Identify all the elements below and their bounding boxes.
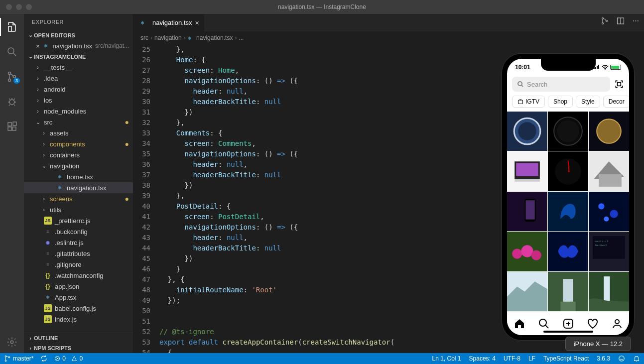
category-chip[interactable]: Decor bbox=[603, 96, 629, 108]
tree-item[interactable]: {}.watchmanconfig bbox=[24, 270, 133, 281]
category-chip[interactable]: Shop bbox=[548, 96, 573, 108]
tree-item[interactable]: ⌄navigation bbox=[24, 160, 133, 171]
close-icon[interactable]: × bbox=[195, 19, 199, 27]
tree-item[interactable]: ≡.gitattributes bbox=[24, 248, 133, 259]
notifications-icon[interactable] bbox=[633, 355, 640, 362]
svg-rect-33 bbox=[599, 174, 622, 186]
category-chip[interactable]: IGTV bbox=[512, 96, 545, 108]
indentation-status[interactable]: Spaces: 4 bbox=[469, 355, 496, 362]
tree-item[interactable]: JSbabel.config.js bbox=[24, 303, 133, 314]
tree-item[interactable]: ›__tests__ bbox=[24, 62, 133, 73]
breadcrumb-item[interactable]: ⚛ navigation.tsx bbox=[188, 34, 233, 41]
category-chip[interactable]: Style bbox=[576, 96, 600, 108]
grid-image[interactable] bbox=[548, 151, 588, 191]
grid-image[interactable] bbox=[589, 112, 629, 151]
tree-item[interactable]: ⚛home.tsx bbox=[24, 171, 133, 182]
open-editors-section[interactable]: ⌄OPEN EDITORS bbox=[24, 30, 133, 40]
grid-image[interactable] bbox=[589, 192, 629, 231]
add-tab-icon[interactable] bbox=[562, 318, 574, 330]
tree-item[interactable]: ≡.buckconfig bbox=[24, 226, 133, 237]
explorer-view-icon[interactable] bbox=[6, 21, 18, 33]
tree-item[interactable]: ›android bbox=[24, 84, 133, 95]
svg-point-40 bbox=[610, 210, 618, 218]
tree-item[interactable]: ›utils bbox=[24, 204, 133, 215]
grid-image[interactable] bbox=[507, 112, 547, 151]
search-tab-icon[interactable] bbox=[538, 318, 550, 330]
tree-item[interactable]: ›screens● bbox=[24, 193, 133, 204]
tree-item[interactable]: {}app.json bbox=[24, 281, 133, 292]
source-control-view-icon[interactable]: 3 bbox=[6, 71, 18, 83]
tree-item[interactable]: ⚛App.tsx bbox=[24, 292, 133, 303]
grid-image[interactable] bbox=[589, 272, 629, 311]
cursor-position[interactable]: Ln 1, Col 1 bbox=[432, 355, 461, 362]
tree-item[interactable]: JS_prettierrc.js bbox=[24, 215, 133, 226]
tree-item[interactable]: ›.idea bbox=[24, 73, 133, 84]
grid-image[interactable] bbox=[507, 151, 547, 191]
tree-item[interactable]: ◉.eslintrc.js bbox=[24, 237, 133, 248]
branch-status[interactable]: master* bbox=[4, 355, 33, 362]
tree-item[interactable]: ›node_modules bbox=[24, 106, 133, 117]
close-icon[interactable]: × bbox=[34, 42, 42, 50]
breadcrumb-item[interactable]: navigation bbox=[154, 34, 182, 41]
extensions-view-icon[interactable] bbox=[6, 121, 18, 132]
status-icons bbox=[593, 65, 621, 70]
svg-rect-54 bbox=[604, 276, 610, 304]
activity-tab-icon[interactable] bbox=[587, 318, 599, 330]
breadcrumbs[interactable]: src›navigation›⚛ navigation.tsx›... bbox=[133, 31, 644, 44]
svg-rect-16 bbox=[618, 83, 621, 86]
language-status[interactable]: TypeScript React bbox=[543, 355, 589, 362]
grid-image[interactable] bbox=[548, 232, 588, 271]
eol-status[interactable]: LF bbox=[528, 355, 535, 362]
editor-tab[interactable]: ⚛ navigation.tsx × bbox=[133, 14, 205, 31]
sync-status[interactable] bbox=[40, 355, 47, 362]
breadcrumb-item[interactable]: src bbox=[140, 34, 148, 41]
grid-image[interactable] bbox=[548, 272, 588, 311]
json-icon: {} bbox=[44, 282, 52, 290]
phone-notch bbox=[541, 59, 596, 71]
simulator-label[interactable]: iPhone X — 12.2 bbox=[565, 337, 631, 351]
ts-version[interactable]: 3.6.3 bbox=[597, 355, 610, 362]
grid-image[interactable] bbox=[548, 112, 588, 151]
home-tab-icon[interactable] bbox=[514, 318, 525, 330]
tree-item[interactable]: ⌄src● bbox=[24, 117, 133, 127]
search-input[interactable]: Search bbox=[512, 77, 610, 92]
problems-status[interactable]: 0 0 bbox=[54, 355, 83, 362]
tree-item[interactable]: JSindex.js bbox=[24, 314, 133, 325]
encoding-status[interactable]: UTF-8 bbox=[504, 355, 520, 362]
tree-item[interactable]: ⚛navigation.tsx bbox=[24, 182, 133, 193]
tree-item[interactable]: ≡.gitignore bbox=[24, 259, 133, 270]
compare-changes-icon[interactable] bbox=[601, 17, 609, 25]
svg-point-58 bbox=[5, 356, 6, 357]
profile-tab-icon[interactable] bbox=[611, 318, 623, 330]
svg-point-1 bbox=[8, 72, 11, 75]
project-section[interactable]: ⌄INSTAGRAMCLONE bbox=[24, 51, 133, 62]
scan-icon[interactable] bbox=[614, 79, 624, 89]
grid-image[interactable] bbox=[548, 192, 588, 231]
explore-grid[interactable]: const x = 1function() bbox=[507, 112, 629, 311]
grid-image[interactable]: const x = 1function() bbox=[589, 232, 629, 271]
tree-item[interactable]: ›containers bbox=[24, 149, 133, 160]
search-icon bbox=[517, 81, 524, 88]
grid-image[interactable] bbox=[507, 232, 547, 271]
npm-scripts-section[interactable]: ›NPM SCRIPTS bbox=[24, 343, 133, 353]
split-editor-icon[interactable] bbox=[617, 17, 625, 25]
file-icon: ≡ bbox=[44, 228, 52, 236]
svg-point-39 bbox=[598, 203, 604, 209]
more-actions-icon[interactable]: ⋯ bbox=[633, 17, 639, 25]
svg-point-2 bbox=[8, 79, 11, 82]
tab-label: navigation.tsx bbox=[152, 19, 192, 26]
tree-item[interactable]: ›ios bbox=[24, 95, 133, 106]
svg-text:function(): function() bbox=[595, 244, 607, 247]
grid-image[interactable] bbox=[507, 272, 547, 311]
open-editor-item[interactable]: × ⚛ navigation.tsx src/navigat... bbox=[24, 40, 133, 51]
search-view-icon[interactable] bbox=[6, 46, 18, 58]
grid-image[interactable] bbox=[507, 192, 547, 231]
outline-section[interactable]: ›OUTLINE bbox=[24, 333, 133, 343]
debug-view-icon[interactable] bbox=[6, 96, 18, 108]
settings-gear-icon[interactable] bbox=[6, 336, 18, 348]
tree-item[interactable]: ›components● bbox=[24, 138, 133, 149]
feedback-icon[interactable] bbox=[618, 355, 625, 362]
breadcrumb-item[interactable]: ... bbox=[239, 34, 244, 41]
grid-image[interactable] bbox=[589, 151, 629, 191]
tree-item[interactable]: ›assets bbox=[24, 127, 133, 138]
